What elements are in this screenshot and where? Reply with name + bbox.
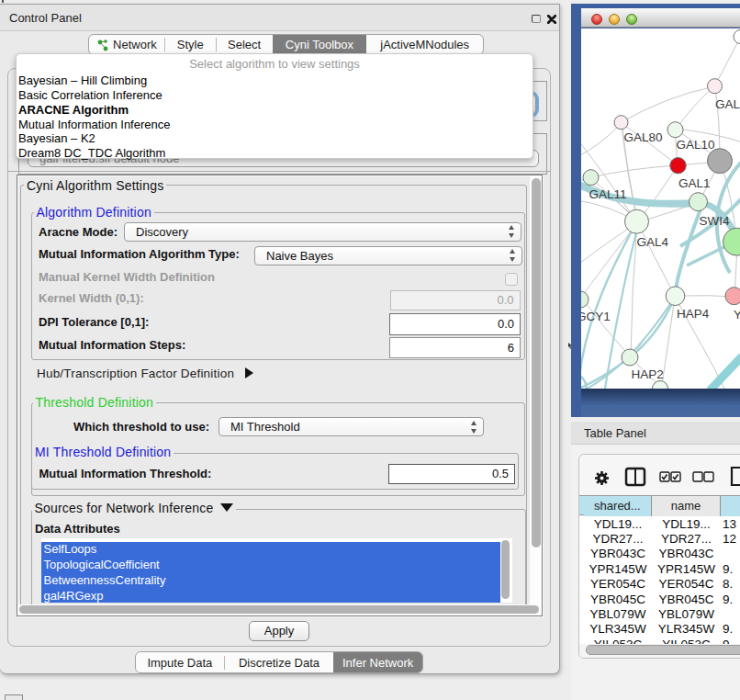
- svg-text:HAP2: HAP2: [632, 367, 664, 381]
- svg-text:GAL1: GAL1: [678, 176, 711, 190]
- svg-text:Y: Y: [734, 308, 740, 322]
- svg-text:GAL80: GAL80: [624, 130, 663, 144]
- svg-text:GAL: GAL: [715, 97, 740, 111]
- svg-text:GAL4: GAL4: [637, 235, 669, 249]
- svg-text:GAL10: GAL10: [677, 138, 715, 152]
- svg-text:HAP4: HAP4: [677, 307, 710, 321]
- svg-text:GAL11: GAL11: [589, 187, 627, 201]
- svg-text:GCY1: GCY1: [581, 310, 611, 323]
- svg-text:SWI4: SWI4: [700, 214, 730, 228]
